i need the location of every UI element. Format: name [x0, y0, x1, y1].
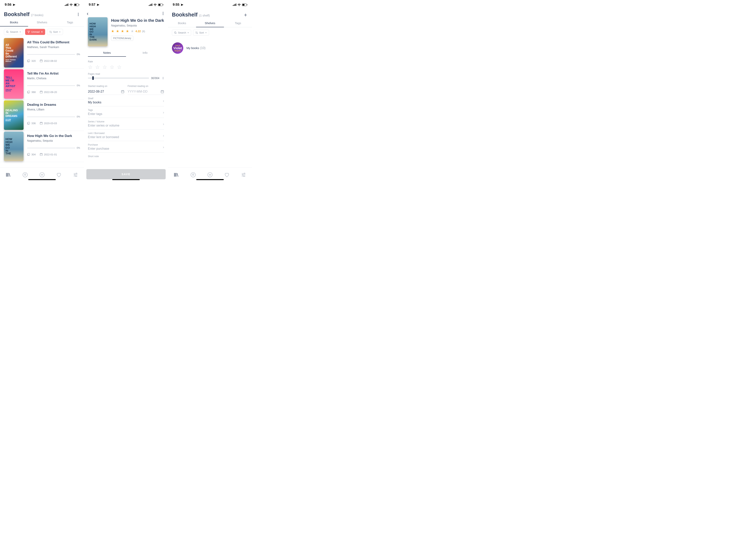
- pages-read-slider[interactable]: [88, 78, 149, 79]
- shelf-list: This Is Violet Margarita My books (10): [168, 38, 252, 168]
- book-item[interactable]: AllThisCouldBeDifferentSarah Thankam Mat…: [0, 37, 84, 69]
- purchase-field[interactable]: Purchase Enter purchase ›: [88, 141, 164, 153]
- header: Bookshelf (1 shelf) ＋: [168, 9, 252, 19]
- book-title: Dealing in Dreams: [27, 103, 80, 107]
- slider-thumb[interactable]: [92, 76, 94, 80]
- nav-add-icon[interactable]: [207, 172, 213, 178]
- sort-label: Sort: [199, 31, 204, 34]
- page-title: Bookshelf: [4, 11, 30, 17]
- notes-form: Rate ☆ ☆ ☆ ☆ ☆ Pages read 30/304 ▲▼ Star…: [84, 57, 168, 167]
- sub-tab-notes[interactable]: Notes: [88, 49, 126, 57]
- save-button[interactable]: SAVE: [86, 169, 166, 179]
- book-title: How High We Go in the Dark: [27, 134, 80, 138]
- search-label: Search: [10, 30, 18, 33]
- svg-point-61: [174, 32, 176, 33]
- nav-explore-icon[interactable]: [190, 172, 196, 178]
- search-chip[interactable]: Search ▼: [172, 30, 191, 36]
- genre-chip[interactable]: FICTION/Literary: [111, 36, 133, 41]
- nav-settings-icon[interactable]: [73, 172, 78, 178]
- shelf-field[interactable]: Shelf My books ›: [88, 95, 164, 106]
- shelf-item[interactable]: This Is Violet Margarita My books (10): [172, 39, 248, 57]
- book-title: Tell Me I'm An Artist: [27, 72, 80, 76]
- svg-rect-10: [40, 60, 42, 62]
- shelf-avatar: This Is Violet Margarita: [172, 42, 183, 54]
- finished-label: Finished reading on: [128, 85, 164, 88]
- finished-date-field[interactable]: YYYY-MM-DD: [128, 89, 164, 95]
- star-icon[interactable]: ☆: [102, 64, 107, 70]
- progress-bar: [27, 117, 75, 117]
- book-summary: HOWHIGHWEGOINTHEDARK How High We Go in t…: [84, 16, 168, 49]
- star-icon[interactable]: ☆: [88, 64, 92, 70]
- svg-rect-44: [159, 4, 161, 5]
- status-time: 9:56: [5, 3, 11, 7]
- star-icon[interactable]: ☆: [117, 64, 121, 70]
- star-icon[interactable]: ☆: [110, 64, 114, 70]
- nav-library-icon[interactable]: [6, 172, 11, 178]
- short-note-field[interactable]: Short note: [88, 153, 164, 161]
- add-shelf-icon[interactable]: ＋: [243, 11, 248, 18]
- tab-books[interactable]: Books: [0, 19, 28, 26]
- nav-settings-icon[interactable]: [241, 172, 246, 178]
- calendar-icon: [40, 122, 43, 125]
- search-label: Search: [178, 31, 186, 34]
- nav-explore-icon[interactable]: [22, 172, 28, 178]
- nav-library-icon[interactable]: [174, 172, 179, 178]
- close-icon[interactable]: ✕: [41, 30, 43, 33]
- svg-rect-19: [28, 122, 30, 124]
- book-cover[interactable]: TELLME I'MANARTISTCHELSEA MARTIN: [4, 69, 24, 99]
- tab-tags[interactable]: Tags: [56, 19, 84, 26]
- filter-unread-chip[interactable]: Unread ✕: [25, 29, 45, 35]
- pages-read-value: 30/304: [151, 77, 159, 80]
- screen-bookshelf-books: 9:56 Bookshelf (7 books) ••• Books Shelv…: [0, 0, 84, 182]
- search-chip[interactable]: Search ▼: [4, 29, 23, 35]
- status-bar: 9:55: [168, 0, 252, 9]
- tab-books[interactable]: Books: [168, 19, 196, 27]
- tab-shelves[interactable]: Shelves: [28, 19, 56, 26]
- chevron-down-icon: ▼: [187, 32, 189, 34]
- book-author: Nagamatsu, Sequoia: [111, 24, 164, 27]
- book-item[interactable]: TELLME I'MANARTISTCHELSEA MARTIN Tell Me…: [0, 69, 84, 100]
- sort-icon: [49, 31, 52, 33]
- sort-chip[interactable]: Sort ▼: [47, 29, 63, 35]
- pages-stepper[interactable]: ▲▼: [162, 77, 164, 80]
- status-bar: 9:57: [84, 0, 168, 9]
- chevron-right-icon: ›: [163, 134, 164, 138]
- sort-chip[interactable]: Sort ▼: [193, 30, 209, 36]
- book-cover[interactable]: HOWHIGHWEGOINTHE: [4, 132, 24, 161]
- nav-favorites-icon[interactable]: [56, 172, 62, 178]
- book-author: Mathews, Sarah Thankam: [27, 46, 80, 49]
- calendar-icon[interactable]: [121, 90, 124, 93]
- book-item[interactable]: HOWHIGHWEGOINTHE How High We Go in the D…: [0, 131, 84, 162]
- sub-tab-info[interactable]: Info: [126, 49, 164, 57]
- tags-field[interactable]: Tags Enter tags ›: [88, 106, 164, 118]
- home-indicator[interactable]: [196, 179, 224, 180]
- tab-tags[interactable]: Tags: [224, 19, 252, 27]
- menu-icon[interactable]: •••: [77, 13, 80, 16]
- menu-icon[interactable]: •••: [161, 12, 165, 15]
- home-indicator[interactable]: [112, 179, 140, 180]
- book-cover[interactable]: HOWHIGHWEGOINTHEDARK: [88, 17, 108, 46]
- filter-icon: [27, 31, 30, 33]
- nav-favorites-icon[interactable]: [224, 172, 230, 178]
- svg-point-29: [23, 173, 27, 177]
- calendar-icon[interactable]: [161, 90, 164, 93]
- book-cover[interactable]: AllThisCouldBeDifferentSarah Thankam Mat…: [4, 38, 24, 68]
- home-indicator[interactable]: [28, 179, 56, 180]
- book-list[interactable]: AllThisCouldBeDifferentSarah Thankam Mat…: [0, 37, 84, 168]
- search-icon: [174, 31, 177, 34]
- book-item[interactable]: DEALINGINDREAMSLILLIAM RIVERA Dealing in…: [0, 100, 84, 131]
- started-date-field[interactable]: 2022-08-27: [88, 89, 124, 95]
- pages-icon: [27, 59, 30, 62]
- book-cover[interactable]: DEALINGINDREAMSLILLIAM RIVERA: [4, 101, 24, 130]
- lent-field[interactable]: Lent / Borrowed Enter lent or borrowed ›: [88, 130, 164, 141]
- tab-shelves[interactable]: Shelves: [196, 19, 224, 27]
- svg-rect-5: [75, 4, 77, 5]
- back-icon[interactable]: ‹: [87, 11, 89, 17]
- series-field[interactable]: Series / Volume Enter series or volume ›: [88, 118, 164, 130]
- svg-rect-59: [243, 4, 245, 5]
- progress-bar: [27, 148, 75, 148]
- rate-input[interactable]: ☆ ☆ ☆ ☆ ☆: [88, 64, 164, 70]
- svg-point-34: [76, 173, 77, 174]
- star-icon[interactable]: ☆: [95, 64, 100, 70]
- nav-add-icon[interactable]: [39, 172, 45, 178]
